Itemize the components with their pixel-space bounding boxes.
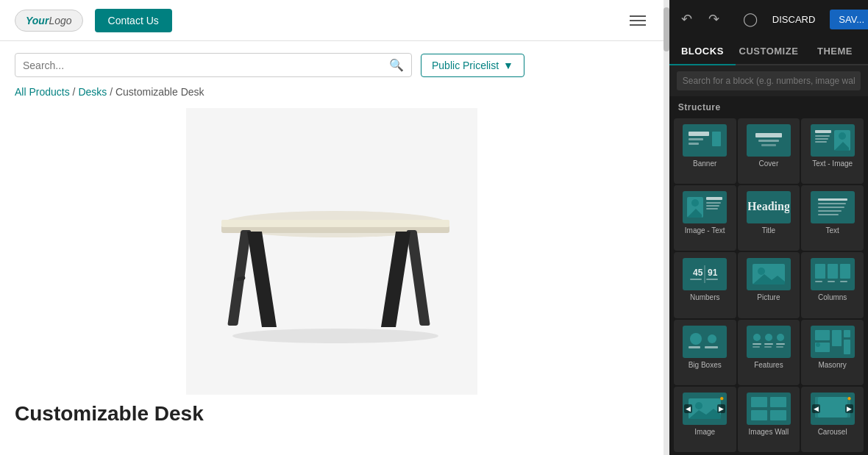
svg-rect-72 <box>764 346 772 348</box>
block-label-carousel: Carousel <box>818 428 847 436</box>
block-thumb-features <box>747 326 791 358</box>
block-thumb-text-image <box>811 124 855 157</box>
svg-rect-41 <box>818 214 839 215</box>
tab-theme[interactable]: THEME <box>802 38 868 64</box>
block-item-columns[interactable]: Columns <box>801 252 864 318</box>
svg-rect-31 <box>706 202 721 204</box>
svg-rect-62 <box>689 346 700 348</box>
scrollbar-thumb <box>664 7 669 51</box>
hamburger-menu-icon[interactable] <box>627 12 649 29</box>
svg-rect-57 <box>828 281 835 282</box>
tab-customize[interactable]: CUSTOMIZE <box>736 38 802 64</box>
svg-rect-87 <box>770 397 786 407</box>
block-item-banner[interactable]: Banner <box>674 118 736 184</box>
svg-rect-89 <box>770 410 786 420</box>
save-button[interactable]: SAV... <box>830 10 868 29</box>
breadcrumb-all-products[interactable]: All Products <box>15 86 70 98</box>
svg-rect-76 <box>832 330 842 346</box>
svg-rect-19 <box>815 130 831 133</box>
svg-rect-56 <box>815 281 822 282</box>
carousel-next-arrow[interactable]: ▶ <box>845 404 853 413</box>
block-thumb-columns <box>811 258 855 290</box>
block-thumb-cover <box>747 124 791 157</box>
svg-text:45: 45 <box>693 268 703 278</box>
breadcrumb-desks[interactable]: Desks <box>78 86 107 98</box>
carousel-prev-arrow[interactable]: ◀ <box>812 404 820 413</box>
svg-rect-40 <box>818 210 842 212</box>
block-label-columns: Columns <box>818 293 847 301</box>
svg-rect-4 <box>406 230 430 326</box>
breadcrumb: All Products / Desks / Customizable Desk <box>15 86 649 98</box>
block-item-title[interactable]: Heading Title <box>738 185 800 251</box>
block-thumb-image: ◀ ▶ ● <box>683 393 727 425</box>
block-search-input[interactable] <box>677 71 861 90</box>
svg-text:91: 91 <box>708 268 718 278</box>
image-prev-arrow[interactable]: ◀ <box>684 404 692 413</box>
block-item-picture[interactable]: Picture <box>738 252 800 318</box>
svg-point-80 <box>816 343 820 347</box>
block-item-big-boxes[interactable]: Big Boxes <box>674 320 736 385</box>
discard-button[interactable]: DISCARD <box>768 11 820 28</box>
block-thumb-images-wall <box>747 393 791 425</box>
svg-rect-16 <box>758 140 779 142</box>
block-item-image[interactable]: ◀ ▶ ● Image <box>674 387 736 452</box>
mobile-preview-icon[interactable]: ◯ <box>743 11 758 27</box>
svg-point-66 <box>765 334 772 341</box>
product-image-container <box>186 108 477 395</box>
block-label-title: Title <box>762 226 776 234</box>
svg-rect-88 <box>751 410 767 420</box>
svg-rect-22 <box>815 141 827 143</box>
block-item-numbers[interactable]: 4591 Numbers <box>674 252 736 318</box>
svg-rect-39 <box>818 207 844 208</box>
svg-rect-38 <box>818 203 846 204</box>
svg-rect-30 <box>706 197 722 200</box>
svg-rect-54 <box>828 264 838 279</box>
block-thumb-title: Heading <box>747 191 791 223</box>
svg-rect-12 <box>689 143 699 145</box>
contact-button[interactable]: Contact Us <box>95 9 172 32</box>
svg-rect-53 <box>815 264 825 279</box>
product-title: Customizable Desk <box>15 395 649 426</box>
svg-marker-6 <box>381 232 410 327</box>
svg-point-61 <box>708 334 716 343</box>
block-label-features: Features <box>754 361 783 369</box>
svg-rect-64 <box>750 329 788 355</box>
block-label-images-wall: Images Wall <box>749 428 789 436</box>
svg-point-8 <box>232 329 438 343</box>
svg-rect-32 <box>706 205 719 207</box>
image-next-arrow[interactable]: ▶ <box>717 404 725 413</box>
tab-blocks[interactable]: BLOCKS <box>669 38 736 65</box>
main-scrollbar[interactable] <box>664 0 669 455</box>
block-item-text-image[interactable]: Text - Image <box>801 118 864 184</box>
undo-button[interactable]: ↶ <box>678 8 695 30</box>
redo-button[interactable]: ↷ <box>705 8 722 30</box>
block-item-carousel[interactable]: ◀ ▶ ● Carousel <box>801 387 864 452</box>
svg-rect-17 <box>761 144 776 146</box>
search-input[interactable] <box>23 60 389 71</box>
block-item-features[interactable]: Features <box>738 320 800 385</box>
svg-rect-73 <box>776 346 783 348</box>
block-item-cover[interactable]: Cover <box>738 118 800 184</box>
block-item-text[interactable]: Text <box>801 185 864 251</box>
svg-rect-11 <box>689 138 703 140</box>
block-thumb-picture <box>747 258 791 290</box>
block-item-image-text[interactable]: Image - Text <box>674 185 736 251</box>
block-search-area <box>669 65 868 96</box>
svg-rect-70 <box>776 343 785 345</box>
search-box[interactable]: 🔍 <box>15 53 412 77</box>
block-thumb-big-boxes <box>683 326 727 358</box>
svg-marker-5 <box>247 232 277 327</box>
svg-rect-63 <box>705 346 718 348</box>
block-item-images-wall[interactable]: Images Wall <box>738 387 800 452</box>
breadcrumb-current: Customizable Desk <box>115 86 204 98</box>
image-star-icon: ● <box>719 394 724 402</box>
block-label-image-text: Image - Text <box>685 226 725 234</box>
svg-point-67 <box>777 334 784 341</box>
svg-text:Heading: Heading <box>748 200 789 213</box>
svg-point-65 <box>753 334 761 341</box>
block-item-masonry[interactable]: Masonry <box>801 320 864 385</box>
product-image <box>207 148 457 354</box>
pricelist-button[interactable]: Public Pricelist ▼ <box>421 54 524 77</box>
svg-rect-15 <box>755 133 782 137</box>
svg-rect-68 <box>753 343 761 345</box>
